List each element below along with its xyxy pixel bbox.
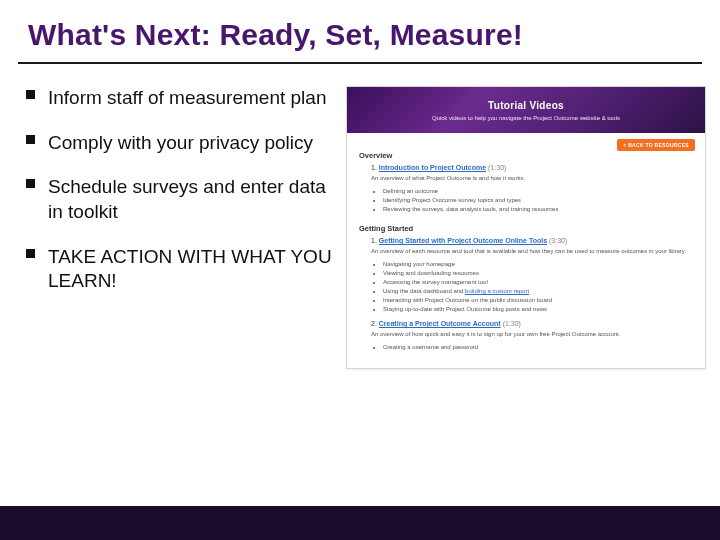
thumbnail-body: < BACK TO RESOURCES Overview 1. Introduc… <box>347 133 705 368</box>
section-heading-overview: Overview <box>359 151 693 160</box>
bullet-text: Schedule surveys and enter data in toolk… <box>48 176 326 222</box>
square-bullet-icon <box>26 135 35 144</box>
banner-subtitle: Quick videos to help you navigate the Pr… <box>414 115 638 121</box>
title-wrap: What's Next: Ready, Set, Measure! <box>0 0 720 58</box>
bullet-item: Inform staff of measurement plan <box>20 86 340 111</box>
subpoint: Defining an outcome <box>383 187 693 196</box>
item-number: 1. <box>371 237 377 244</box>
video-link[interactable]: Creating a Project Outcome Account <box>379 320 501 327</box>
video-link[interactable]: Getting Started with Project Outcome Onl… <box>379 237 547 244</box>
bullet-text: Comply with your privacy policy <box>48 132 313 153</box>
inline-link[interactable]: building a custom report <box>465 288 529 294</box>
thumbnail-banner: Tutorial Videos Quick videos to help you… <box>347 87 705 133</box>
bullet-item: Schedule surveys and enter data in toolk… <box>20 175 340 224</box>
subpoint: Identifying Project Outcome survey topic… <box>383 196 693 205</box>
video-subpoints: Navigating your homepage Viewing and dow… <box>383 260 693 314</box>
video-description: An overview of how quick and easy it is … <box>371 330 693 338</box>
slide: What's Next: Ready, Set, Measure! Inform… <box>0 0 720 540</box>
subpoint: Navigating your homepage <box>383 260 693 269</box>
tutorial-videos-thumbnail: Tutorial Videos Quick videos to help you… <box>346 86 706 369</box>
video-item: 1. Getting Started with Project Outcome … <box>371 237 693 244</box>
bullet-text: Inform staff of measurement plan <box>48 87 326 108</box>
subpoint: Creating a username and password <box>383 343 693 352</box>
slide-footer-bar <box>0 506 720 540</box>
section-heading-getting-started: Getting Started <box>359 224 693 233</box>
back-to-resources-button[interactable]: < BACK TO RESOURCES <box>617 139 695 151</box>
square-bullet-icon <box>26 179 35 188</box>
video-subpoints: Defining an outcome Identifying Project … <box>383 187 693 214</box>
video-duration: (1:30) <box>488 164 506 171</box>
subpoint: Viewing and downloading resources <box>383 269 693 278</box>
bullet-text: TAKE ACTION WITH WHAT YOU LEARN! <box>48 246 332 292</box>
subpoint: Using the data dashboard and building a … <box>383 287 693 296</box>
bullet-item: TAKE ACTION WITH WHAT YOU LEARN! <box>20 245 340 294</box>
subpoint: Staying up-to-date with Project Outcome … <box>383 305 693 314</box>
bullet-list: Inform staff of measurement plan Comply … <box>20 86 340 369</box>
banner-title: Tutorial Videos <box>488 100 564 111</box>
video-duration: (1:30) <box>503 320 521 327</box>
subpoint: Reviewing the surveys, data analysis too… <box>383 205 693 214</box>
video-link[interactable]: Introduction to Project Outcome <box>379 164 486 171</box>
square-bullet-icon <box>26 249 35 258</box>
video-item: 1. Introduction to Project Outcome (1:30… <box>371 164 693 171</box>
square-bullet-icon <box>26 90 35 99</box>
video-description: An overview of what Project Outcome is a… <box>371 174 693 182</box>
item-number: 2. <box>371 320 377 327</box>
slide-title: What's Next: Ready, Set, Measure! <box>28 18 692 52</box>
item-number: 1. <box>371 164 377 171</box>
subpoint: Interacting with Project Outcome on the … <box>383 296 693 305</box>
bullet-item: Comply with your privacy policy <box>20 131 340 156</box>
video-item: 2. Creating a Project Outcome Account (1… <box>371 320 693 327</box>
content-row: Inform staff of measurement plan Comply … <box>0 64 720 369</box>
subpoint: Accessing the survey management tool <box>383 278 693 287</box>
video-description: An overview of each resource and tool th… <box>371 247 693 255</box>
video-duration: (3:30) <box>549 237 567 244</box>
video-subpoints: Creating a username and password <box>383 343 693 352</box>
